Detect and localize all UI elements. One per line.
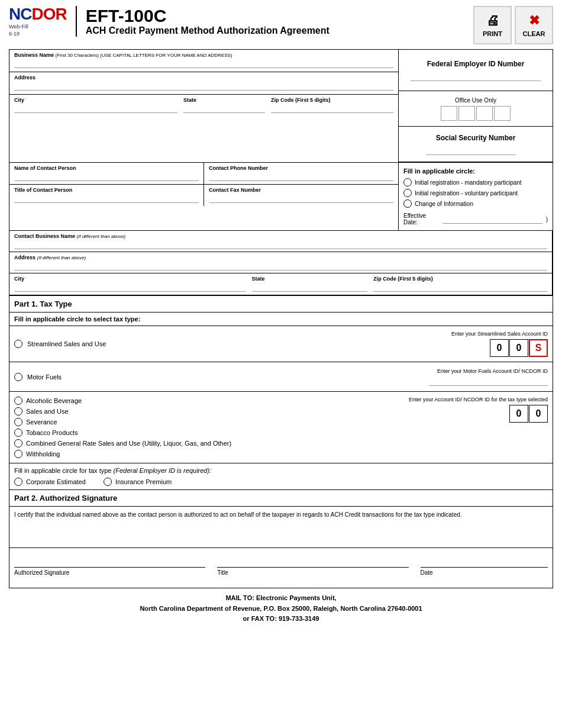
business-name-note: (First 30 Characters) (USE CAPITAL LETTE…: [56, 53, 232, 58]
state2-part: State: [252, 276, 368, 292]
alcoholic-bev-label: Alcoholic Beverage: [26, 397, 82, 404]
ssn-input[interactable]: [426, 146, 516, 155]
alcoholic-bev-radio[interactable]: [14, 397, 22, 405]
streamlined-hint: Enter your Streamlined Sales Account ID: [451, 331, 548, 337]
insurance-premium-row: Insurance Premium: [104, 478, 172, 486]
contact-left: Name of Contact Person Contact Phone Num…: [9, 163, 399, 230]
effective-date-paren: ): [546, 216, 548, 223]
tobacco-radio[interactable]: [14, 429, 22, 437]
state2-label: State: [252, 276, 368, 282]
office-box-3: [476, 106, 493, 121]
office-use-section: Office Use Only: [399, 91, 553, 127]
web-fill-label: Web-Fill: [9, 24, 28, 30]
sig-col: Authorized Signature: [14, 553, 205, 576]
business-name-row: Business Name (First 30 Characters) (USE…: [9, 50, 398, 72]
motor-fuels-account-col: Enter your Motor Fuels Account ID/ NCDOR…: [382, 368, 548, 386]
address2-row: Address (If different than above): [9, 252, 553, 273]
motor-fuels-radio[interactable]: [14, 373, 22, 381]
multi-box-2[interactable]: 0: [529, 405, 548, 423]
clear-button[interactable]: ✖ CLEAR: [515, 6, 553, 44]
print-button[interactable]: 🖨 PRINT: [473, 6, 512, 44]
streamlined-account-col: Enter your Streamlined Sales Account ID …: [382, 331, 548, 357]
contact-phone-input[interactable]: [209, 173, 393, 181]
city-input[interactable]: [14, 105, 177, 113]
streamlined-box-3[interactable]: S: [529, 339, 548, 357]
reg-opt2-radio[interactable]: [403, 189, 412, 197]
title-col: Title: [217, 553, 408, 576]
contact-biz-input[interactable]: [14, 241, 547, 249]
top-section: Business Name (First 30 Characters) (USE…: [9, 50, 553, 163]
streamlined-box-1[interactable]: 0: [490, 339, 509, 357]
fein-input[interactable]: [411, 72, 541, 81]
reg-opt3-radio[interactable]: [403, 199, 412, 208]
streamlined-row: Streamlined Sales and Use Enter your Str…: [9, 326, 553, 362]
contact-name-label: Name of Contact Person: [14, 165, 199, 171]
date-line[interactable]: [421, 553, 548, 568]
motor-fuels-row: Motor Fuels Enter your Motor Fuels Accou…: [9, 362, 553, 392]
address-label: Address: [14, 75, 393, 80]
address2-input[interactable]: [14, 263, 547, 270]
state-input[interactable]: [183, 105, 265, 113]
city-label: City: [14, 97, 177, 103]
sales-use-label: Sales and Use: [26, 408, 69, 415]
header-left: NCDOR Web-Fill 6-18 EFT-100C ACH Credit …: [9, 6, 330, 37]
combined-radio[interactable]: [14, 439, 22, 447]
multi-box-1[interactable]: 0: [509, 405, 528, 423]
withholding-radio[interactable]: [14, 450, 22, 458]
contact-title-col: Title of Contact Person: [9, 185, 204, 206]
streamlined-boxes: 0 0 S: [490, 339, 548, 357]
sig-line[interactable]: [14, 553, 205, 568]
city-state-zip-row: City State Zip Code (First 5 digits): [9, 95, 398, 117]
zip2-label: Zip Code (First 5 digits): [373, 276, 547, 282]
footer: MAIL TO: Electronic Payments Unit, North…: [9, 593, 553, 624]
business-name-input[interactable]: [14, 60, 393, 68]
sig-label: Authorized Signature: [14, 569, 205, 576]
streamlined-label: Streamlined Sales and Use: [27, 340, 106, 347]
sales-use-radio[interactable]: [14, 407, 22, 415]
address-input[interactable]: [14, 83, 393, 91]
print-icon: 🖨: [486, 13, 499, 28]
business-name-label: Business Name (First 30 Characters) (USE…: [14, 52, 393, 58]
contact-name-input[interactable]: [14, 173, 199, 181]
multi-tax-right: Enter your Account ID/ NCDOR ID for the …: [382, 397, 548, 458]
contact-biz-label: Contact Business Name (If different than…: [14, 233, 547, 239]
contact-name-phone-row: Name of Contact Person Contact Phone Num…: [9, 163, 398, 185]
multi-hint: Enter your Account ID/ NCDOR ID for the …: [409, 397, 548, 402]
ssn-label: Social Security Number: [426, 134, 526, 142]
state-part: State: [183, 97, 265, 113]
federal-row-label: Fill in applicable circle for tax type: [14, 467, 111, 474]
combined-row: Combined General Rate Sales and Use (Uti…: [14, 439, 370, 447]
print-label: PRINT: [483, 30, 502, 37]
reg-opt1-radio[interactable]: [403, 178, 412, 186]
zip-input[interactable]: [271, 105, 393, 113]
city2-state-row: City State Zip Code (First 5 digits): [14, 276, 547, 292]
title-line[interactable]: [217, 553, 408, 568]
streamlined-radio[interactable]: [14, 340, 22, 348]
city2-col: City State Zip Code (First 5 digits): [9, 273, 553, 295]
zip2-input[interactable]: [373, 284, 547, 292]
streamlined-box-2[interactable]: 0: [509, 339, 528, 357]
contact-title-input[interactable]: [14, 195, 199, 203]
contact-fax-input[interactable]: [209, 195, 393, 203]
part2-header: Part 2. Authorized Signature: [9, 490, 553, 507]
effective-date-input[interactable]: [443, 214, 542, 224]
city2-part: City: [14, 276, 246, 292]
motor-fuels-input[interactable]: [429, 376, 548, 386]
zip-part: Zip Code (First 5 digits): [271, 97, 393, 113]
state2-input[interactable]: [252, 284, 368, 292]
effective-date-label: Effective Date:: [403, 212, 439, 226]
city2-input[interactable]: [14, 284, 246, 292]
date-label: Date: [421, 569, 548, 576]
office-box-1: [441, 106, 457, 121]
contact-name-col: Name of Contact Person: [9, 163, 204, 184]
motor-fuels-boxes: [429, 376, 548, 386]
severance-radio[interactable]: [14, 418, 22, 426]
federal-row-note: (Federal Employer ID is required):: [114, 467, 212, 474]
office-use-label: Office Use Only: [455, 97, 496, 104]
streamlined-inner: Streamlined Sales and Use Enter your Str…: [14, 331, 548, 357]
insurance-premium-radio[interactable]: [104, 478, 112, 486]
address-row: Address: [9, 72, 398, 95]
city2-row: City State Zip Code (First 5 digits): [9, 273, 553, 295]
cert-text: I certify that the individual named abov…: [9, 507, 553, 548]
corp-estimated-radio[interactable]: [14, 478, 22, 486]
